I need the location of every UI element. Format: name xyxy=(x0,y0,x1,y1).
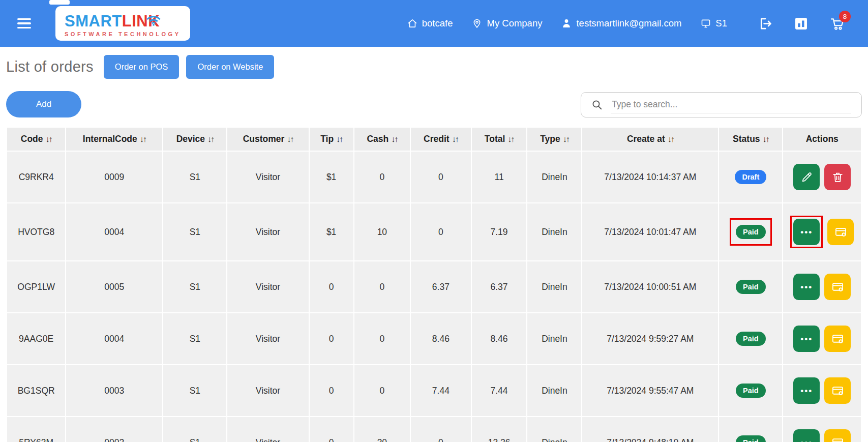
location-pin-icon xyxy=(472,18,482,28)
menu-icon[interactable] xyxy=(15,16,33,31)
column-header-code[interactable]: Code↓↑ xyxy=(7,128,65,151)
cell-code: HVOTG8 xyxy=(7,203,65,260)
orders-table-body: C9RKR40009S1Visitor$10011DineIn7/13/2024… xyxy=(7,152,861,442)
card-icon xyxy=(831,281,844,293)
column-label: Type xyxy=(540,134,560,144)
chart-icon xyxy=(794,16,809,31)
cell-cash: 30 xyxy=(354,417,410,442)
card-button[interactable] xyxy=(824,377,851,404)
cell-cash: 0 xyxy=(354,365,410,416)
cell-total: 6.37 xyxy=(472,261,527,312)
column-label: Code xyxy=(21,134,43,144)
status-badge-paid: Paid xyxy=(736,384,766,398)
column-header-tip[interactable]: Tip↓↑ xyxy=(310,128,353,151)
cell-status: Paid xyxy=(719,261,782,312)
card-button[interactable] xyxy=(824,429,851,442)
cell-device: S1 xyxy=(163,203,226,260)
cell-total: 13.26 xyxy=(472,417,527,442)
card-icon xyxy=(831,385,844,397)
ellipsis-icon: ••• xyxy=(800,387,813,395)
sort-icon: ↓↑ xyxy=(391,135,397,143)
cell-device: S1 xyxy=(163,313,226,364)
column-header-create-at[interactable]: Create at↓↑ xyxy=(582,128,718,151)
cell-actions: ••• xyxy=(783,313,861,364)
search-input[interactable] xyxy=(611,96,851,113)
card-button[interactable] xyxy=(824,274,851,300)
more-button[interactable]: ••• xyxy=(793,219,820,245)
delete-button[interactable] xyxy=(824,164,851,190)
more-button[interactable]: ••• xyxy=(793,377,820,404)
cell-total: 8.46 xyxy=(472,313,527,364)
table-row: C9RKR40009S1Visitor$10011DineIn7/13/2024… xyxy=(7,152,861,202)
more-button[interactable]: ••• xyxy=(793,429,820,442)
header-nav: botcafe My Company testsmartlink@gmail.c… xyxy=(407,18,727,29)
order-on-pos-button[interactable]: Order on POS xyxy=(104,55,179,79)
main-content: List of orders Order on POS Order on Web… xyxy=(0,55,868,442)
column-header-customer[interactable]: Customer↓↑ xyxy=(227,128,308,151)
more-button[interactable]: ••• xyxy=(793,274,820,300)
add-button[interactable]: Add xyxy=(6,91,81,117)
cell-actions: ••• xyxy=(783,203,861,260)
cell-actions xyxy=(783,152,861,202)
column-header-internalcode[interactable]: InternalCode↓↑ xyxy=(66,128,162,151)
cell-internal: 0003 xyxy=(66,365,162,416)
pencil-icon xyxy=(800,171,813,184)
column-header-status[interactable]: Status↓↑ xyxy=(719,128,782,151)
column-label: Credit xyxy=(424,134,450,144)
nav-account[interactable]: testsmartlink@gmail.com xyxy=(561,18,681,29)
monitor-icon xyxy=(701,18,711,28)
annotation-highlight-box: Paid xyxy=(730,218,772,246)
card-button[interactable] xyxy=(824,326,851,352)
cell-code: 5RY63M xyxy=(7,417,65,442)
table-row: 9AAG0E0004S1Visitor008.468.46DineIn7/13/… xyxy=(7,313,861,364)
cell-type: DineIn xyxy=(527,203,581,260)
column-label: Status xyxy=(733,134,760,144)
cell-type: DineIn xyxy=(527,417,581,442)
nav-store-label: botcafe xyxy=(422,18,453,29)
status-badge-paid: Paid xyxy=(736,332,766,346)
column-header-type[interactable]: Type↓↑ xyxy=(527,128,581,151)
nav-device[interactable]: S1 xyxy=(701,18,727,29)
column-header-credit[interactable]: Credit↓↑ xyxy=(411,128,471,151)
column-label: InternalCode xyxy=(83,134,137,144)
search-icon xyxy=(591,99,603,110)
cell-status: Paid xyxy=(719,313,782,364)
cell-credit: 7.44 xyxy=(411,365,471,416)
nav-company[interactable]: My Company xyxy=(472,18,542,29)
cell-cash: 0 xyxy=(354,152,410,202)
brand-wordmark: SMARTLINK xyxy=(65,13,181,29)
column-header-cash[interactable]: Cash↓↑ xyxy=(354,128,410,151)
header-action-icons: 8 xyxy=(758,16,845,31)
cell-device: S1 xyxy=(163,417,226,442)
wifi-icon xyxy=(146,15,161,26)
more-button[interactable]: ••• xyxy=(793,326,820,352)
cell-credit: 8.46 xyxy=(411,313,471,364)
orders-table-head-row: Code↓↑InternalCode↓↑Device↓↑Customer↓↑Ti… xyxy=(7,128,861,151)
order-on-website-button[interactable]: Order on Website xyxy=(186,55,274,79)
edit-button[interactable] xyxy=(793,164,820,190)
cell-customer: Visitor xyxy=(227,261,308,312)
card-icon xyxy=(834,226,847,239)
cart-button[interactable]: 8 xyxy=(830,16,845,31)
cell-device: S1 xyxy=(163,365,226,416)
column-header-total[interactable]: Total↓↑ xyxy=(472,128,527,151)
brand-logo[interactable]: SMARTLINK SOFTWARE TECHNOLOGY xyxy=(55,6,190,41)
card-button[interactable] xyxy=(827,219,854,245)
cell-created: 7/13/2024 9:48:10 AM xyxy=(582,417,718,442)
cell-credit: 0 xyxy=(411,152,471,202)
brand-smart: SMART xyxy=(65,12,122,30)
user-icon xyxy=(561,18,572,28)
cell-status: Paid xyxy=(719,203,782,260)
nav-store[interactable]: botcafe xyxy=(407,18,453,29)
cell-tip: 0 xyxy=(310,261,353,312)
reports-button[interactable] xyxy=(794,16,809,31)
status-badge-draft: Draft xyxy=(735,170,766,184)
cell-internal: 0004 xyxy=(66,313,162,364)
logout-button[interactable] xyxy=(758,16,772,31)
orders-table: Code↓↑InternalCode↓↑Device↓↑Customer↓↑Ti… xyxy=(6,127,862,442)
home-icon xyxy=(407,18,417,28)
cell-device: S1 xyxy=(163,261,226,312)
column-label: Create at xyxy=(627,134,665,144)
card-icon xyxy=(831,436,844,442)
column-header-device[interactable]: Device↓↑ xyxy=(163,128,226,151)
